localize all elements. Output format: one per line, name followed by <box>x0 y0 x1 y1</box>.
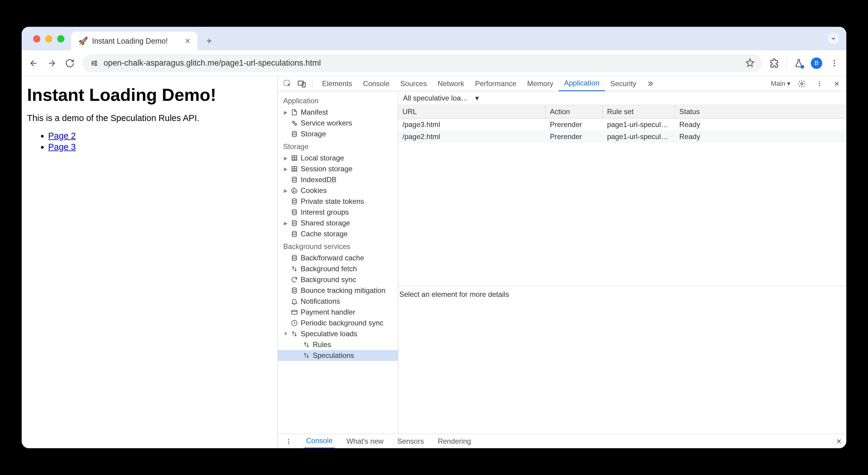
svg-point-33 <box>288 439 289 440</box>
svg-rect-31 <box>292 310 297 314</box>
drawer-tab-console[interactable]: Console <box>304 434 335 448</box>
new-tab-button[interactable]: + <box>202 34 216 48</box>
sidebar-item-session-storage[interactable]: ▶Session storage <box>278 164 398 174</box>
svg-point-25 <box>292 199 297 201</box>
drawer-tab-what-s-new[interactable]: What's new <box>344 434 386 448</box>
sync-icon <box>290 276 298 284</box>
sidebar-item-background-sync[interactable]: Background sync <box>278 274 398 285</box>
sidebar-item-notifications[interactable]: Notifications <box>278 296 398 307</box>
devtools-panel: ElementsConsoleSourcesNetworkPerformance… <box>278 76 846 448</box>
toolbar-right: B <box>769 58 840 69</box>
svg-point-21 <box>292 177 297 179</box>
svg-rect-2 <box>92 64 95 65</box>
table-header-url[interactable]: URL <box>398 105 546 118</box>
sidebar-item-indexeddb[interactable]: IndexedDB <box>278 174 398 185</box>
svg-point-24 <box>293 191 294 192</box>
sidebar-item-manifest[interactable]: ▶Manifest <box>278 107 398 118</box>
sidebar-item-speculations[interactable]: Speculations <box>278 350 398 361</box>
window-close-button[interactable] <box>33 35 40 42</box>
devtools-target-selector[interactable]: Main ▾ <box>771 80 790 88</box>
speculations-filter[interactable]: All speculative loa… ▾ <box>398 91 846 105</box>
drawer-tab-rendering[interactable]: Rendering <box>435 434 473 448</box>
devtools-tab-network[interactable]: Network <box>432 76 469 91</box>
table-row[interactable]: /page2.htmlPrerenderpage1-url-specul…Rea… <box>398 131 846 143</box>
svg-point-4 <box>92 62 93 64</box>
page-link[interactable]: Page 2 <box>48 131 76 141</box>
drawer-close-button[interactable]: × <box>836 436 841 446</box>
profile-avatar[interactable]: B <box>811 58 822 69</box>
svg-point-3 <box>95 60 97 62</box>
chrome-menu-button[interactable] <box>829 58 840 69</box>
devtools-more-tabs[interactable] <box>644 78 656 90</box>
puzzle-icon <box>770 58 779 68</box>
sidebar-item-label: Periodic background sync <box>301 319 383 327</box>
devtools-tab-elements[interactable]: Elements <box>317 76 358 91</box>
sidebar-item-private-state-tokens[interactable]: Private state tokens <box>278 196 398 207</box>
window-maximize-button[interactable] <box>57 35 64 42</box>
inspect-icon <box>283 79 292 88</box>
window-minimize-button[interactable] <box>45 35 52 42</box>
bookmark-button[interactable] <box>745 58 754 68</box>
sidebar-item-local-storage[interactable]: ▶Local storage <box>278 153 398 164</box>
tab-close-button[interactable]: × <box>185 36 190 46</box>
sidebar-item-cookies[interactable]: ▶Cookies <box>278 185 398 196</box>
filter-label: All speculative loa… <box>403 94 468 102</box>
devtools-tab-application[interactable]: Application <box>559 76 604 91</box>
cookie-icon <box>290 187 298 195</box>
svg-point-29 <box>292 255 297 257</box>
table-header-status[interactable]: Status <box>675 105 846 118</box>
sidebar-item-back-forward-cache[interactable]: Back/forward cache <box>278 253 398 263</box>
url-bar[interactable]: open-chalk-asparagus.glitch.me/page1-url… <box>83 54 762 72</box>
table-header-action[interactable]: Action <box>546 105 603 118</box>
inspect-element-button[interactable] <box>281 78 293 90</box>
table-header-rule-set[interactable]: Rule set <box>603 105 675 118</box>
device-toggle-button[interactable] <box>296 78 308 90</box>
sidebar-item-cache-storage[interactable]: Cache storage <box>278 229 398 239</box>
sidebar-item-speculative-loads[interactable]: ▼Speculative loads <box>278 328 398 339</box>
table-cell: /page2.html <box>398 131 546 143</box>
experiments-button[interactable] <box>793 58 804 69</box>
url-text: open-chalk-asparagus.glitch.me/page1-url… <box>103 58 741 68</box>
sidebar-item-background-fetch[interactable]: Background fetch <box>278 263 398 274</box>
devtools-settings-button[interactable] <box>796 78 808 90</box>
devtools-tab-memory[interactable]: Memory <box>522 76 559 91</box>
sidebar-item-payment-handler[interactable]: Payment handler <box>278 307 398 318</box>
arrow-left-icon <box>29 58 38 68</box>
star-icon <box>745 58 754 67</box>
devtools-menu-button[interactable] <box>813 78 825 90</box>
sidebar-item-storage[interactable]: Storage <box>278 128 398 139</box>
db-icon <box>290 230 298 238</box>
sidebar-item-label: Manifest <box>301 108 328 117</box>
back-button[interactable] <box>28 58 39 69</box>
devtools-close-button[interactable]: × <box>831 78 843 90</box>
devtools-drawer: ConsoleWhat's newSensorsRendering × <box>278 434 846 448</box>
site-settings-icon[interactable] <box>90 59 99 68</box>
devtools-tab-performance[interactable]: Performance <box>469 76 522 91</box>
sidebar-section-application: Application <box>278 94 398 107</box>
sidebar-item-label: Rules <box>313 340 331 349</box>
sidebar-item-interest-groups[interactable]: Interest groups <box>278 207 398 218</box>
reload-button[interactable] <box>64 58 75 69</box>
sidebar-item-bounce-tracking-mitigation[interactable]: Bounce tracking mitigation <box>278 285 398 296</box>
sidebar-item-label: IndexedDB <box>301 176 337 184</box>
page-link[interactable]: Page 3 <box>48 142 76 152</box>
extensions-button[interactable] <box>769 58 780 69</box>
sidebar-item-shared-storage[interactable]: ▶Shared storage <box>278 218 398 229</box>
sidebar-item-periodic-background-sync[interactable]: Periodic background sync <box>278 318 398 328</box>
grid-icon <box>290 165 298 173</box>
sidebar-item-service-workers[interactable]: Service workers <box>278 118 398 128</box>
drawer-tab-sensors[interactable]: Sensors <box>395 434 426 448</box>
table-row[interactable]: /page3.htmlPrerenderpage1-url-specul…Rea… <box>398 119 846 131</box>
drawer-menu-button[interactable] <box>283 435 294 447</box>
browser-tab[interactable]: 🚀 Instant Loading Demo! × <box>71 32 197 50</box>
devtools-tab-sources[interactable]: Sources <box>395 76 432 91</box>
tabs-overflow-button[interactable] <box>828 33 839 44</box>
devtools-tabs: ElementsConsoleSourcesNetworkPerformance… <box>278 76 846 91</box>
devtools-tab-console[interactable]: Console <box>358 76 395 91</box>
chevron-down-icon <box>830 35 836 41</box>
devtools-tab-security[interactable]: Security <box>605 76 642 91</box>
sidebar-item-rules[interactable]: Rules <box>278 339 398 350</box>
tab-title: Instant Loading Demo! <box>92 37 181 46</box>
forward-button[interactable] <box>46 58 57 69</box>
updown-icon <box>290 265 298 273</box>
